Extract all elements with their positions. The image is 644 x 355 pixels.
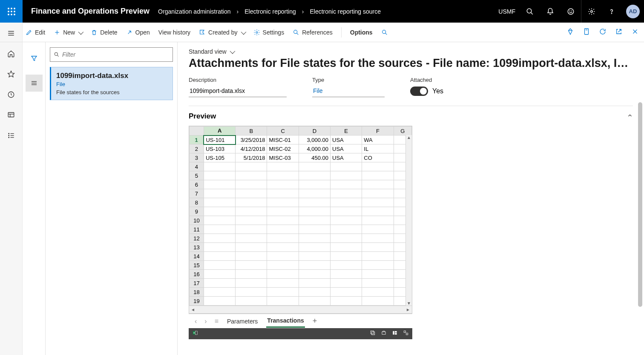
company-label[interactable]: USMF (494, 8, 520, 15)
sheet-prev-icon[interactable]: ‹ (195, 317, 197, 325)
svg-point-32 (256, 32, 258, 33)
scrollbar-vertical[interactable] (638, 102, 642, 307)
modules-icon[interactable] (6, 131, 16, 140)
svg-line-45 (57, 55, 59, 57)
created-by-button[interactable]: Created by (199, 29, 244, 36)
delete-button[interactable]: Delete (91, 29, 117, 36)
footer-icon[interactable] (381, 330, 387, 338)
svg-point-12 (569, 11, 570, 11)
options-button[interactable]: Options (350, 29, 373, 36)
sheet-tab-parameters[interactable]: Parameters (226, 315, 259, 327)
notification-icon[interactable] (540, 0, 561, 23)
references-button[interactable]: References (293, 29, 333, 36)
svg-point-3 (8, 11, 9, 12)
main-content: Standard view Attachments for File state… (178, 42, 644, 355)
list-item-desc: File states for the sources (56, 89, 167, 95)
footer-icon[interactable] (370, 330, 376, 338)
view-history-button[interactable]: View history (158, 29, 190, 36)
filter-box[interactable] (50, 47, 173, 62)
svg-rect-37 (585, 29, 589, 35)
field-description: Description 1099import-data.xlsx (189, 77, 287, 97)
breadcrumb-item[interactable]: Electronic reporting source (310, 8, 381, 15)
scrollbar-horizontal[interactable]: ◄► (189, 306, 412, 313)
svg-point-9 (527, 9, 532, 13)
smile-icon[interactable] (561, 0, 581, 23)
svg-rect-50 (382, 332, 385, 335)
breadcrumb-item[interactable]: Organization administration (158, 8, 230, 15)
svg-point-8 (14, 14, 15, 15)
app-header: Finance and Operations Preview Organizat… (0, 0, 644, 23)
settings-button[interactable]: Settings (253, 29, 285, 36)
app-launcher-button[interactable] (0, 0, 23, 23)
workspace-icon[interactable] (6, 110, 16, 120)
search-icon[interactable] (520, 0, 540, 23)
chevron-down-icon (229, 48, 234, 55)
home-icon[interactable] (6, 49, 16, 58)
funnel-icon[interactable] (26, 50, 43, 67)
scrollbar-vertical[interactable]: ▲▼ (405, 135, 412, 306)
footer-icon[interactable] (392, 330, 398, 338)
page-title: Attachments for File states for the sour… (189, 57, 633, 70)
svg-rect-49 (372, 332, 375, 335)
list-view-icon[interactable] (26, 75, 43, 92)
attached-label: Attached (410, 77, 443, 83)
type-input[interactable]: File (312, 86, 385, 97)
avatar[interactable]: AD (626, 5, 640, 18)
sheet-next-icon[interactable]: › (204, 317, 207, 325)
svg-line-10 (531, 12, 533, 14)
svg-point-13 (572, 11, 572, 11)
chevron-down-icon (78, 29, 82, 36)
field-type: Type File (312, 77, 385, 97)
open-button[interactable]: Open (126, 29, 150, 36)
sheet-tabs: ‹ › ≡ Parameters Transactions + (189, 314, 412, 328)
svg-point-11 (568, 9, 574, 14)
type-label: Type (312, 77, 385, 83)
description-label: Description (189, 77, 287, 83)
view-selector[interactable]: Standard view (189, 48, 633, 55)
sheet-tab-transactions[interactable]: Transactions (266, 315, 305, 328)
separator (341, 27, 342, 38)
star-icon[interactable] (6, 69, 16, 79)
svg-marker-19 (8, 71, 14, 77)
app-title: Finance and Operations Preview (23, 7, 158, 16)
attachment-icon[interactable] (583, 28, 590, 37)
footer-icon[interactable] (403, 330, 409, 338)
svg-rect-48 (371, 331, 374, 334)
action-bar: Edit New Delete Open View history Create… (0, 23, 644, 42)
new-button[interactable]: New (54, 29, 82, 36)
help-icon[interactable] (601, 0, 622, 23)
chevron-right-icon: › (302, 8, 304, 15)
svg-point-2 (14, 8, 15, 9)
chevron-right-icon: › (237, 8, 239, 15)
diamond-icon[interactable] (566, 28, 574, 37)
list-item-title: 1099import-data.xlsx (56, 72, 167, 80)
close-icon[interactable] (631, 28, 639, 37)
preview-header[interactable]: Preview (189, 112, 633, 121)
sheet-list-icon[interactable]: ≡ (215, 317, 218, 325)
chevron-down-icon (240, 29, 245, 36)
breadcrumb: Organization administration › Electronic… (158, 8, 494, 15)
list-item[interactable]: 1099import-data.xlsx File File states fo… (50, 67, 173, 100)
refresh-icon[interactable] (599, 28, 607, 37)
edit-button[interactable]: Edit (26, 29, 45, 36)
gear-icon[interactable] (581, 0, 601, 23)
svg-rect-53 (395, 333, 397, 335)
svg-rect-51 (393, 331, 394, 335)
attached-value: Yes (432, 87, 443, 95)
breadcrumb-item[interactable]: Electronic reporting (244, 8, 296, 15)
spreadsheet-grid[interactable]: ABCDEFG1US-1013/25/2018MISC-013,000.00US… (189, 126, 412, 306)
search-action-icon[interactable] (381, 29, 388, 36)
svg-rect-54 (404, 331, 405, 332)
svg-point-24 (9, 133, 9, 134)
popout-icon[interactable] (615, 28, 623, 37)
filter-input[interactable] (62, 51, 169, 58)
svg-point-1 (11, 8, 12, 9)
description-input[interactable]: 1099import-data.xlsx (189, 86, 287, 97)
attached-toggle[interactable] (410, 87, 428, 96)
svg-rect-47 (196, 331, 198, 335)
recent-icon[interactable] (6, 90, 16, 99)
svg-point-6 (8, 14, 9, 15)
sheet-add-icon[interactable]: + (313, 317, 317, 326)
field-attached: Attached Yes (410, 77, 443, 97)
excel-icon[interactable] (192, 330, 198, 338)
